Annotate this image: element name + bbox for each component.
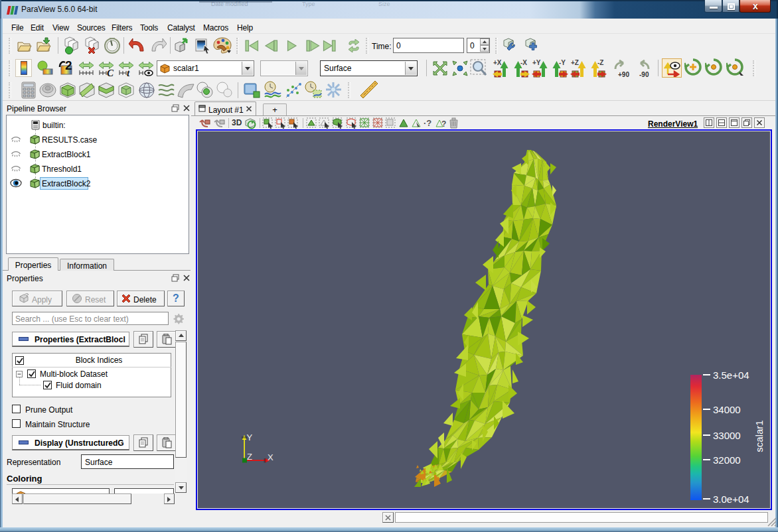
svg-text:?: ? bbox=[441, 119, 446, 129]
svg-text:+90: +90 bbox=[618, 71, 629, 78]
svg-text:2: 2 bbox=[65, 59, 72, 72]
svg-text:-X: -X bbox=[520, 59, 527, 66]
svg-text:+Z: +Z bbox=[571, 59, 579, 66]
svg-text:-Z: -Z bbox=[597, 59, 603, 66]
svg-text:+X: +X bbox=[493, 59, 502, 66]
svg-text:X: X bbox=[268, 452, 273, 462]
svg-text:Z: Z bbox=[247, 452, 252, 462]
svg-text:Y: Y bbox=[247, 432, 253, 442]
svg-text:-Y: -Y bbox=[559, 59, 566, 66]
svg-text:t: t bbox=[127, 68, 130, 76]
svg-text:C: C bbox=[107, 68, 114, 76]
svg-text:+Y: +Y bbox=[532, 59, 541, 66]
svg-text:-90: -90 bbox=[639, 71, 649, 78]
